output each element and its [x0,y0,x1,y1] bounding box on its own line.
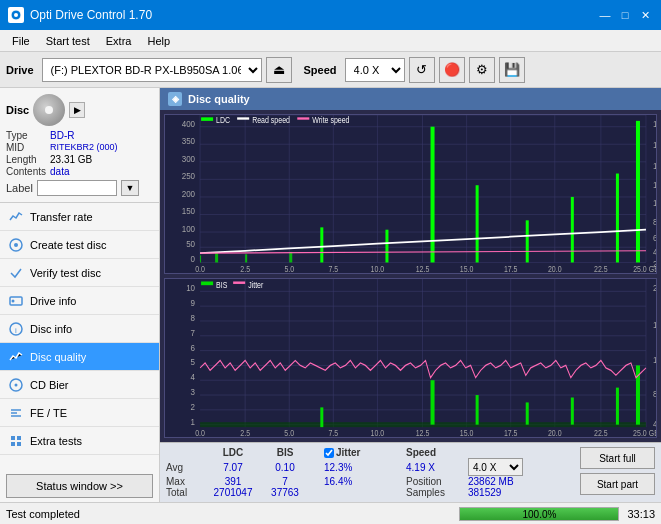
svg-text:i: i [15,326,17,335]
svg-text:7: 7 [191,327,195,338]
avg-bis: 0.10 [260,462,310,473]
mid-value: RITEKBR2 (000) [50,142,153,153]
sidebar-item-create-test-disc[interactable]: Create test disc [0,231,159,259]
svg-text:25.0 GB: 25.0 GB [633,428,656,437]
cd-bier-icon [8,377,24,393]
progress-text: 100.0% [460,508,618,521]
bis-col-header: BIS [260,447,310,458]
status-window-button[interactable]: Status window >> [6,474,153,498]
svg-text:20.0: 20.0 [548,428,562,437]
bis-chart-svg: 10 9 8 7 6 5 4 3 2 1 20% 16% 12% 8% 4% [165,279,656,437]
position-label: Position [406,476,466,487]
disc-section-label: Disc [6,104,29,116]
svg-rect-57 [200,255,201,262]
speed-value: 4.19 X [406,462,466,473]
content-title: Disc quality [188,93,250,105]
settings-button[interactable]: ⚙ [469,57,495,83]
disc-action-btn[interactable]: ▶ [69,102,85,118]
label-browse-btn[interactable]: ▼ [121,180,139,196]
svg-rect-58 [215,253,218,262]
sidebar-item-drive-info[interactable]: Drive info [0,287,159,315]
label-row: Label ▼ [6,180,153,196]
svg-text:Jitter: Jitter [248,280,264,290]
svg-text:50: 50 [186,239,195,250]
svg-text:12.5: 12.5 [416,428,430,437]
svg-text:5.0: 5.0 [284,264,294,273]
svg-text:20%: 20% [653,283,656,294]
eject-button[interactable]: ⏏ [266,57,292,83]
svg-text:10.0: 10.0 [371,428,385,437]
fe-te-icon [8,405,24,421]
sidebar-item-transfer-rate[interactable]: Transfer rate [0,203,159,231]
svg-text:300: 300 [182,153,196,164]
content-area: ◈ Disc quality 400 350 300 250 200 [160,88,661,502]
speed-select[interactable]: 4.0 X [345,58,405,82]
menu-starttest[interactable]: Start test [38,33,98,49]
start-part-button[interactable]: Start part [580,473,655,495]
svg-text:20.0: 20.0 [548,264,562,273]
svg-text:5: 5 [191,357,195,368]
close-button[interactable]: ✕ [637,7,653,23]
menubar: File Start test Extra Help [0,30,661,52]
speed-select[interactable]: 4.0 X [468,458,523,476]
minimize-button[interactable]: — [597,7,613,23]
menu-file[interactable]: File [4,33,38,49]
statusbar: Test completed 100.0% 33:13 [0,502,661,524]
menu-help[interactable]: Help [139,33,178,49]
svg-text:2: 2 [191,401,195,412]
sidebar-item-extra-tests[interactable]: Extra tests [0,427,159,455]
svg-text:100: 100 [182,223,196,234]
svg-text:5.0: 5.0 [284,428,294,437]
sidebar-item-fe-te[interactable]: FE / TE [0,399,159,427]
nav-items: Transfer rate Create test disc Verify te… [0,203,159,470]
svg-text:16%: 16% [653,320,656,331]
position-value: 23862 MB [468,476,528,487]
stats-table: LDC BIS Jitter Speed Avg 7.07 0.10 12.3%… [166,447,572,498]
verify-icon [8,265,24,281]
burn-button[interactable]: 🔴 [439,57,465,83]
action-buttons: Start full Start part [580,447,655,495]
jitter-col-header: Jitter [324,447,404,458]
sidebar-item-cd-bier[interactable]: CD Bier [0,371,159,399]
samples-value: 381529 [468,487,528,498]
svg-text:6X: 6X [653,233,656,244]
menu-extra[interactable]: Extra [98,33,140,49]
svg-text:9: 9 [191,297,195,308]
content-header: ◈ Disc quality [160,88,661,110]
svg-text:17.5: 17.5 [504,428,518,437]
svg-rect-128 [616,388,619,425]
label-input[interactable] [37,180,117,196]
svg-rect-64 [476,185,479,262]
extra-icon [8,433,24,449]
svg-point-5 [12,299,15,302]
sidebar-item-disc-quality[interactable]: Disc quality [0,343,159,371]
svg-point-3 [14,243,18,247]
svg-rect-71 [237,117,249,119]
quality-icon [8,349,24,365]
svg-rect-132 [233,281,245,283]
svg-text:8: 8 [191,312,195,323]
svg-text:150: 150 [182,206,196,217]
svg-text:2.5: 2.5 [240,264,250,273]
refresh-button[interactable]: ↺ [409,57,435,83]
speed-label: Speed [304,64,337,76]
drive-select[interactable]: (F:) PLEXTOR BD-R PX-LB950SA 1.06 [42,58,262,82]
svg-text:25.0 GB: 25.0 GB [633,264,656,273]
maximize-button[interactable]: □ [617,7,633,23]
svg-text:16X: 16X [653,139,656,150]
main-area: Disc ▶ Type BD-R MID RITEKBR2 (000) Leng… [0,88,661,502]
contents-label: Contents [6,166,46,177]
sidebar-item-disc-info[interactable]: i Disc info [0,315,159,343]
save-button[interactable]: 💾 [499,57,525,83]
toolbar: Drive (F:) PLEXTOR BD-R PX-LB950SA 1.06 … [0,52,661,88]
drive-info-icon [8,293,24,309]
chart-icon [8,209,24,225]
svg-point-9 [15,383,18,386]
svg-rect-66 [571,197,574,263]
jitter-checkbox[interactable] [324,448,334,458]
disc-info-grid: Type BD-R MID RITEKBR2 (000) Length 23.3… [6,130,153,177]
start-full-button[interactable]: Start full [580,447,655,469]
svg-text:Read speed: Read speed [252,116,290,126]
svg-rect-67 [616,174,619,263]
sidebar-item-verify-test-disc[interactable]: Verify test disc [0,259,159,287]
